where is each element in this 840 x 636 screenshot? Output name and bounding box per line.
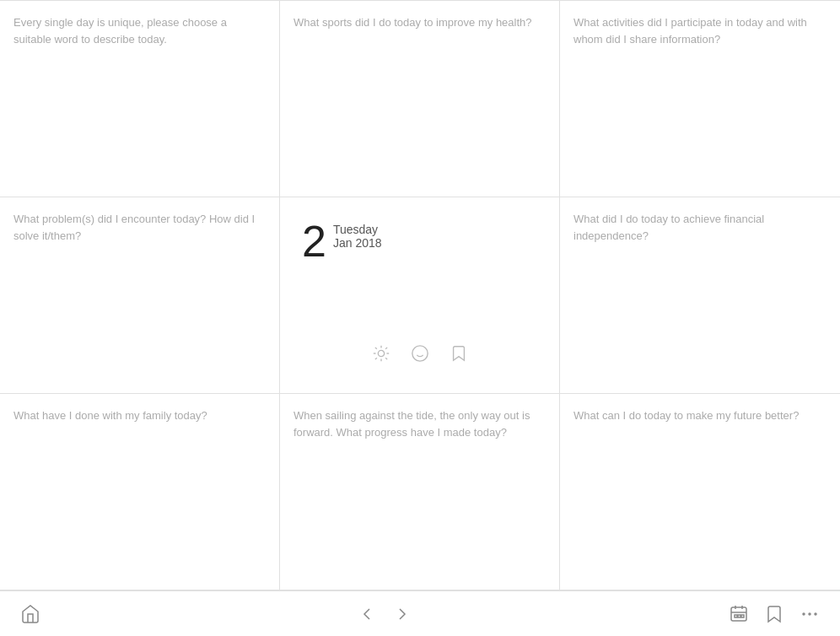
action-icons-row	[293, 344, 546, 380]
svg-point-20	[809, 613, 810, 615]
svg-point-0	[378, 350, 384, 356]
svg-point-21	[815, 613, 816, 615]
nav-left	[20, 604, 40, 624]
date-block: 2 Tuesday Jan 2018	[293, 211, 382, 263]
journal-grid: Every single day is unique, please choos…	[0, 0, 840, 590]
cell-1[interactable]: Every single day is unique, please choos…	[0, 1, 280, 197]
cell-4[interactable]: What problem(s) did I encounter today? H…	[0, 197, 280, 394]
nav-bookmark-icon[interactable]	[764, 604, 784, 624]
date-month: Jan 2018	[333, 236, 382, 250]
sun-icon[interactable]	[372, 344, 390, 363]
home-icon[interactable]	[20, 604, 40, 624]
nav-right	[729, 604, 820, 624]
bottom-nav	[0, 590, 840, 636]
svg-point-9	[412, 346, 427, 361]
smile-icon[interactable]	[411, 344, 429, 363]
svg-line-4	[385, 358, 387, 359]
cell-3[interactable]: What activities did I participate in tod…	[560, 1, 840, 197]
svg-line-8	[385, 348, 387, 349]
svg-rect-12	[731, 607, 746, 621]
date-day: 2	[302, 219, 326, 263]
prev-icon[interactable]	[357, 604, 377, 624]
cell-center: 2 Tuesday Jan 2018	[280, 197, 560, 394]
svg-rect-16	[735, 615, 737, 617]
svg-line-3	[374, 348, 376, 349]
next-icon[interactable]	[392, 604, 412, 624]
date-info: Tuesday Jan 2018	[333, 219, 382, 250]
more-icon[interactable]	[800, 604, 820, 624]
svg-rect-17	[738, 615, 740, 617]
cell-6[interactable]: What did I do today to achieve financial…	[560, 197, 840, 394]
cell-9[interactable]: What can I do today to make my future be…	[560, 394, 840, 590]
cell-7[interactable]: What have I done with my family today?	[0, 394, 280, 590]
bookmark-icon[interactable]	[450, 344, 468, 363]
cell-8[interactable]: When sailing against the tide, the only …	[280, 394, 560, 590]
svg-line-7	[374, 358, 376, 359]
cell-2[interactable]: What sports did I do today to improve my…	[280, 1, 560, 197]
svg-point-19	[803, 613, 805, 615]
date-weekday: Tuesday	[333, 223, 382, 236]
calendar-icon[interactable]	[729, 604, 749, 624]
nav-center	[357, 604, 412, 624]
svg-rect-18	[741, 615, 744, 617]
